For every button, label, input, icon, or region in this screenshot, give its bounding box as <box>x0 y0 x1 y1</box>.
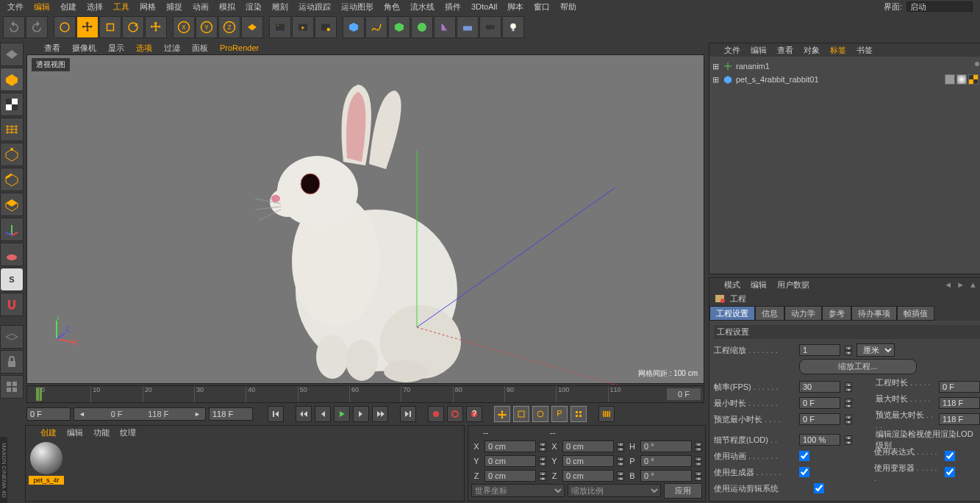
menu-window[interactable]: 窗口 <box>534 1 550 13</box>
key-param-btn[interactable]: P <box>551 406 568 422</box>
model-mode-btn[interactable] <box>0 68 24 91</box>
mat-create[interactable]: 创建 <box>40 427 57 438</box>
size-x-field[interactable] <box>562 440 614 452</box>
attr-userdata[interactable]: 用户数据 <box>777 279 809 290</box>
render-view-btn[interactable] <box>269 16 291 38</box>
menu-track[interactable]: 运动跟踪 <box>298 1 331 13</box>
coord-menu2[interactable]: -- <box>550 428 555 437</box>
mat-func[interactable]: 功能 <box>93 427 110 438</box>
axis-y-btn[interactable]: Y <box>196 16 218 38</box>
size-z-field[interactable] <box>562 470 614 482</box>
workplane-snap-btn[interactable] <box>0 325 24 349</box>
goto-end-btn[interactable] <box>400 406 416 422</box>
prev-frame-btn[interactable] <box>315 406 331 422</box>
duration-field[interactable] <box>939 381 980 393</box>
mat-edit[interactable]: 编辑 <box>67 427 83 438</box>
menu-mesh[interactable]: 网格 <box>140 1 156 13</box>
menu-script[interactable]: 脚本 <box>507 1 523 13</box>
prev-key-btn[interactable] <box>296 406 312 422</box>
menu-pipe[interactable]: 流水线 <box>410 1 434 13</box>
snap-toggle-btn[interactable]: S <box>0 268 24 291</box>
mat-tex[interactable]: 纹理 <box>120 427 136 438</box>
cube-primitive-btn[interactable] <box>343 16 365 38</box>
fps-field[interactable] <box>799 381 840 393</box>
tab-project[interactable]: 工程设置 <box>709 306 755 321</box>
mintime-field[interactable] <box>799 397 840 409</box>
scale-project-btn[interactable]: 缩放工程... <box>799 359 917 374</box>
generator2-btn[interactable] <box>411 16 433 38</box>
spline-btn[interactable] <box>365 16 387 38</box>
axis-z-btn[interactable]: Z <box>218 16 240 38</box>
axis-mode-btn[interactable] <box>0 218 24 241</box>
obj-view[interactable]: 查看 <box>777 45 793 56</box>
point-mode-btn[interactable] <box>0 143 24 166</box>
material-name[interactable]: pet_s_4r <box>29 476 64 485</box>
uvw-tag-icon[interactable] <box>968 74 979 85</box>
key-pos-btn[interactable] <box>494 406 510 422</box>
autokey-btn[interactable] <box>447 406 463 422</box>
pos-x-field[interactable] <box>484 440 536 452</box>
pos-z-field[interactable] <box>484 470 536 482</box>
camera-btn[interactable] <box>479 16 501 38</box>
tab-interp[interactable]: 帧插值 <box>897 306 934 321</box>
menu-plugin[interactable]: 插件 <box>445 1 461 13</box>
preview-max-field[interactable] <box>939 413 980 425</box>
rot-b-field[interactable] <box>640 470 692 482</box>
coord-system-select[interactable]: 世界坐标 <box>471 484 565 497</box>
menu-sim[interactable]: 模拟 <box>219 1 235 13</box>
attr-mode[interactable]: 模式 <box>724 279 740 290</box>
timeline-ruler[interactable]: 0 10 20 30 40 50 60 70 80 90 100 110 0 F <box>26 385 704 403</box>
key-pla-btn[interactable] <box>571 406 587 422</box>
obj-objects[interactable]: 对象 <box>804 45 820 56</box>
next-frame-btn[interactable] <box>353 406 369 422</box>
coord-menu1[interactable]: -- <box>483 428 488 437</box>
menu-select[interactable]: 选择 <box>87 1 103 13</box>
menu-help[interactable]: 帮助 <box>560 1 576 13</box>
poly-mode-btn[interactable] <box>0 193 24 216</box>
key-scale-btn[interactable] <box>513 406 529 422</box>
menu-sculpt[interactable]: 雕刻 <box>272 1 288 13</box>
material-tag-icon[interactable] <box>956 74 967 85</box>
deformer-btn[interactable] <box>434 16 456 38</box>
interface-dropdown[interactable] <box>906 1 973 12</box>
menu-edit[interactable]: 编辑 <box>34 1 50 13</box>
select-tool[interactable] <box>54 16 76 38</box>
lod-field[interactable] <box>799 434 840 446</box>
light-btn[interactable] <box>502 16 524 38</box>
vp-camera[interactable]: 摄像机 <box>72 43 96 54</box>
lastused-tool[interactable] <box>145 16 167 38</box>
preview-min-field[interactable] <box>799 413 840 425</box>
menu-create[interactable]: 创建 <box>60 1 76 13</box>
range-start-field[interactable] <box>26 407 71 421</box>
edge-mode-btn[interactable] <box>0 168 24 191</box>
tree-item-rabbit[interactable]: ⊞ pet_s_4rabbit_rabbit01 <box>712 73 980 86</box>
use-expr-check[interactable] <box>945 451 955 461</box>
vp-options[interactable]: 选项 <box>136 43 152 54</box>
use-motion-check[interactable] <box>814 483 824 493</box>
obj-tags[interactable]: 标签 <box>830 45 846 56</box>
nav-back-icon[interactable]: ◄ <box>944 280 952 290</box>
size-y-field[interactable] <box>562 455 614 467</box>
perspective-viewport[interactable]: 透视视图 <box>26 54 704 384</box>
range-end-field[interactable] <box>209 407 253 421</box>
next-key-btn[interactable] <box>372 406 388 422</box>
menu-3dtoall[interactable]: 3DtoAll <box>471 2 497 11</box>
tab-refs[interactable]: 参考 <box>822 306 851 321</box>
use-gen-check[interactable] <box>799 467 809 477</box>
expand-icon[interactable]: ⊞ <box>712 62 720 71</box>
undo-btn[interactable] <box>3 16 25 38</box>
attr-edit[interactable]: 编辑 <box>751 279 767 290</box>
lock-btn[interactable] <box>0 350 24 374</box>
range-slider[interactable]: ◄ 0 F 118 F ► <box>74 407 206 421</box>
workplane-btn[interactable] <box>0 118 24 141</box>
axis-x-btn[interactable]: X <box>173 16 195 38</box>
nav-fwd-icon[interactable]: ► <box>956 280 965 290</box>
coord-scale-select[interactable]: 缩放比例 <box>568 484 661 497</box>
maxtime-field[interactable] <box>939 397 980 409</box>
obj-file[interactable]: 文件 <box>724 45 740 56</box>
vp-panel[interactable]: 面板 <box>192 43 208 54</box>
use-anim-check[interactable] <box>799 451 809 461</box>
menu-mograph[interactable]: 运动图形 <box>341 1 373 13</box>
make-editable-btn[interactable] <box>0 43 24 66</box>
menu-snap[interactable]: 捕捉 <box>166 1 182 13</box>
